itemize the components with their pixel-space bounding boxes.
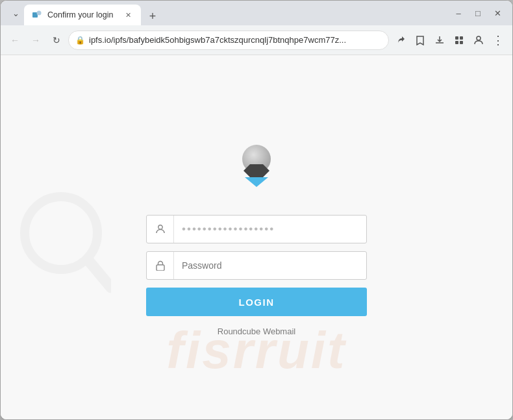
minimize-button[interactable]: – (450, 5, 467, 21)
browser-window: ⌄ Confirm your login ✕ + – □ ✕ ← → ↻ 🔒 (0, 0, 513, 420)
title-bar-controls: – □ ✕ (450, 5, 506, 21)
email-input[interactable] (174, 216, 366, 243)
url-text: ipfs.io/ipfs/bafybeidk5ohbigswb7a7cktszq… (89, 35, 382, 45)
forward-button[interactable]: → (27, 31, 45, 49)
address-bar: ← → ↻ 🔒 ipfs.io/ipfs/bafybeidk5ohbigswb7… (1, 25, 512, 55)
tab-strip: Confirm your login ✕ + (24, 1, 450, 25)
svg-rect-13 (156, 265, 164, 271)
new-tab-button[interactable]: + (144, 7, 162, 25)
svg-rect-3 (460, 36, 463, 40)
password-field-group (146, 251, 367, 280)
svg-point-7 (25, 197, 97, 269)
brand-label: Roundcube Webmail (218, 327, 295, 336)
bookmark-icon[interactable] (411, 31, 429, 49)
address-bar-actions: ⋮ (392, 31, 507, 49)
password-input[interactable] (174, 252, 366, 279)
title-bar: ⌄ Confirm your login ✕ + – □ ✕ (1, 1, 512, 25)
back-button[interactable]: ← (6, 31, 24, 49)
chevron-icon[interactable]: ⌄ (7, 5, 24, 21)
active-tab[interactable]: Confirm your login ✕ (24, 5, 141, 25)
login-container: LOGIN Roundcube Webmail (146, 138, 367, 336)
svg-rect-5 (460, 41, 463, 44)
profile-icon[interactable] (469, 31, 488, 49)
download-icon[interactable] (431, 31, 449, 49)
svg-marker-11 (245, 177, 268, 187)
close-button[interactable]: ✕ (489, 5, 506, 21)
page-content: fisrruit (1, 55, 512, 419)
svg-point-1 (37, 11, 42, 16)
logo-area (227, 138, 286, 197)
extensions-icon[interactable] (450, 31, 468, 49)
tab-favicon-icon (32, 10, 42, 20)
tab-title: Confirm your login (47, 10, 118, 19)
email-field-group (146, 215, 367, 243)
share-icon[interactable] (392, 31, 410, 49)
svg-rect-2 (455, 36, 458, 40)
roundcube-logo (227, 138, 286, 197)
user-icon (147, 216, 174, 243)
tab-close-button[interactable]: ✕ (123, 10, 133, 20)
svg-rect-4 (455, 41, 458, 44)
menu-icon[interactable]: ⋮ (489, 31, 507, 49)
lock-icon: 🔒 (75, 36, 85, 45)
svg-line-8 (88, 260, 111, 288)
reload-button[interactable]: ↻ (47, 31, 66, 49)
svg-point-12 (158, 225, 162, 229)
login-button[interactable]: LOGIN (146, 288, 367, 316)
lock-field-icon (147, 252, 174, 279)
url-bar[interactable]: 🔒 ipfs.io/ipfs/bafybeidk5ohbigswb7a7ckts… (68, 31, 389, 50)
magnifier-watermark (20, 192, 111, 283)
maximize-button[interactable]: □ (469, 5, 486, 21)
svg-point-6 (477, 36, 481, 40)
